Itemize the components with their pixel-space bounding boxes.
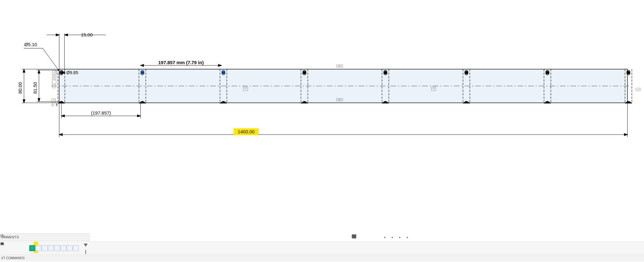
timeline-last-button[interactable] — [21, 244, 27, 251]
svg-rect-34 — [544, 102, 551, 103]
svg-point-43 — [53, 76, 55, 78]
timeline-track[interactable] — [29, 243, 92, 252]
svg-rect-29 — [463, 102, 470, 103]
timeline-feature-chip[interactable] — [54, 245, 60, 251]
dim-15-label: 15.00 — [81, 32, 93, 37]
dim-overall-label: 1400.00 — [238, 129, 255, 134]
pan-button[interactable] — [366, 234, 373, 241]
timeline-playhead[interactable] — [84, 244, 88, 247]
timeline-feature-chip[interactable] — [29, 245, 35, 251]
look-at-button[interactable] — [359, 234, 365, 241]
svg-rect-44 — [52, 80, 56, 84]
dimension-dia5[interactable]: Ø5.10 — [24, 42, 59, 71]
dim-hole-label: Ø9.85 — [66, 70, 78, 75]
caret-down-icon: ▼ — [398, 236, 401, 239]
svg-rect-14 — [220, 102, 227, 103]
drawing-canvas[interactable]: 15.00 Ø5.10 Ø9.85 80.00 81.50 (197.857) … — [0, 0, 644, 237]
divider-icon — [0, 234, 2, 238]
svg-rect-45 — [52, 99, 55, 102]
view-toolbar: ▼±▼▼▼▼ — [351, 234, 410, 241]
svg-rect-24 — [382, 102, 389, 103]
drawing-svg: 15.00 Ø5.10 Ø9.85 80.00 81.50 (197.857) … — [0, 0, 644, 237]
grid-settings-button[interactable]: ▼ — [396, 234, 403, 241]
navcube-edge[interactable] — [636, 88, 641, 91]
zoom-button[interactable]: ± — [374, 234, 380, 241]
dimension-span-ref[interactable]: (197.857) — [61, 103, 141, 118]
svg-point-30 — [546, 71, 549, 74]
timeline[interactable] — [0, 241, 644, 253]
text-commands-label: XT COMMANDS — [1, 256, 25, 260]
caret-down-icon: ▼ — [406, 236, 408, 239]
svg-point-35 — [627, 71, 630, 74]
dim-81p5-label: 81.50 — [32, 82, 38, 94]
viewports-button[interactable]: ▼ — [404, 234, 410, 241]
timeline-prev-button[interactable] — [7, 244, 14, 251]
dimension-15[interactable]: 15.00 — [47, 32, 106, 69]
timeline-feature-chip[interactable] — [42, 245, 48, 251]
svg-point-25 — [465, 71, 468, 74]
svg-rect-46 — [52, 85, 55, 88]
dim-span-live-label: 197.857 mm (7.79 in) — [158, 60, 204, 65]
caret-down-icon: ▼ — [384, 236, 386, 239]
svg-line-64 — [43, 48, 59, 70]
svg-rect-97 — [352, 235, 354, 236]
display-settings-button[interactable]: ▼ — [389, 234, 395, 241]
dim-dia5-label: Ø5.10 — [24, 42, 37, 47]
dim-80-label: 80.00 — [17, 82, 23, 94]
svg-point-10 — [222, 71, 225, 74]
dimension-overall[interactable]: 1400.00 — [59, 103, 627, 137]
timeline-feature-chip[interactable] — [36, 245, 41, 251]
comments-panel-header[interactable]: OMMENTS — [0, 233, 90, 241]
svg-rect-42 — [52, 75, 56, 79]
svg-rect-53 — [336, 65, 343, 67]
timeline-feature-chip[interactable] — [73, 245, 79, 251]
svg-rect-98 — [354, 235, 356, 236]
svg-rect-81 — [636, 88, 641, 91]
dimension-span-live[interactable]: 197.857 mm (7.79 in) — [141, 60, 222, 65]
svg-point-5 — [141, 71, 144, 74]
svg-rect-9 — [139, 102, 146, 103]
dim-span-ref-label: (197.857) — [91, 110, 111, 116]
svg-rect-39 — [625, 102, 632, 103]
svg-rect-99 — [352, 237, 354, 238]
svg-rect-19 — [301, 102, 308, 103]
timeline-next-button[interactable] — [14, 244, 21, 251]
timeline-feature-chip[interactable] — [48, 245, 54, 251]
timeline-feature-chip[interactable] — [60, 245, 66, 251]
text-commands-panel[interactable]: XT COMMANDS — [0, 254, 644, 261]
timeline-feature-chip[interactable] — [67, 245, 73, 251]
svg-rect-100 — [354, 237, 356, 238]
svg-point-20 — [384, 71, 387, 74]
caret-down-icon: ▼ — [391, 236, 394, 239]
zoom-window-button[interactable]: ▼ — [381, 234, 388, 241]
svg-point-15 — [303, 71, 306, 74]
